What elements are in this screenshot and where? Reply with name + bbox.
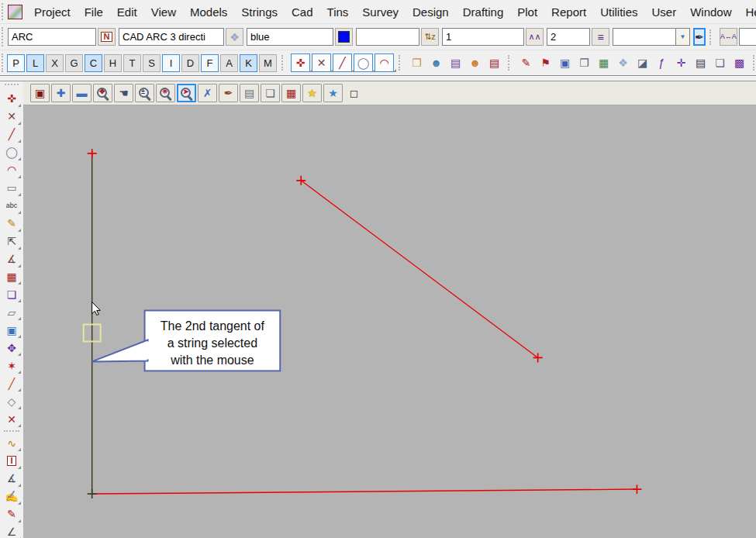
draw-point-button[interactable]: ✜ [291,53,310,72]
extend-line-tool[interactable]: ✶ [2,357,22,374]
zoom-previous-button[interactable]: ✳ [156,84,175,102]
chevron-down-icon[interactable]: ▼ [676,28,690,46]
plan-view-canvas[interactable]: The 2nd tangent ofa string selectedwith … [23,105,756,538]
sketch-tool[interactable]: ✎ [2,506,22,522]
menu-project[interactable]: Project [27,2,78,22]
copy-view-button[interactable]: ❏ [261,84,280,102]
tin-field[interactable] [442,28,524,46]
menu-file[interactable]: File [78,2,110,22]
note-edit-tool[interactable]: ✍ [2,488,22,505]
eyedropper-button[interactable]: ✒ [693,28,706,46]
cad-string-diagonal[interactable] [301,181,537,358]
tag-button[interactable]: ⚑ [537,53,554,72]
survey-angle-tool[interactable]: ∡ [2,471,22,487]
draw-arc-button[interactable]: ◠ [375,53,394,72]
paste-rectangle-tool[interactable]: ❏ [2,286,22,302]
zoom-in-button[interactable]: ✚ [51,84,71,102]
snap-toggle-M[interactable]: M [259,54,277,72]
snap-toggle-I[interactable]: I [162,54,180,72]
z-value-field[interactable] [356,28,419,46]
draw-rectangle-tool[interactable]: ▭ [2,180,22,196]
cad-function-field[interactable] [119,28,224,46]
snap-toggle-X[interactable]: X [46,54,64,72]
snap-toggle-S[interactable]: S [143,54,161,72]
menu-cad[interactable]: Cad [285,2,320,22]
menu-drafting[interactable]: Drafting [456,2,511,22]
measure-tool[interactable]: ∡ [2,251,22,267]
edit-text-tool[interactable]: ✎ [2,216,22,232]
menu-window[interactable]: Window [683,2,738,22]
colour-swatch-button[interactable] [335,28,353,46]
snap-toggle-C[interactable]: C [85,54,102,72]
text-style-button[interactable]: A↔A [720,28,737,46]
menu-user[interactable]: User [644,2,683,22]
plot-window-button[interactable]: ❐ [575,53,593,72]
image-tool[interactable]: ▣ [2,322,22,338]
toolbar-grip[interactable] [2,27,3,47]
draw-line-button[interactable]: ╱ [333,53,352,72]
plot-layers-button[interactable]: ❖ [614,53,632,72]
zoom-out-button[interactable]: ▬ [72,84,91,102]
menu-tins[interactable]: Tins [320,2,356,22]
move-tool[interactable]: ✥ [2,340,22,356]
list-view-button[interactable]: ▤ [692,53,709,72]
z-ruler-button[interactable]: ⇅z [421,28,439,46]
pan-hand-button[interactable]: ☚ [114,84,133,102]
library-book-button[interactable]: ▤ [447,53,464,72]
text-box-tool[interactable]: I [2,453,22,469]
plot-preview-button[interactable]: ▣ [556,53,574,72]
segment-colour-tool[interactable]: ╱ [2,375,22,391]
delete-point-tool[interactable]: ✕ [2,411,22,427]
copy-pages-button[interactable]: ❏ [711,53,729,72]
draw-circle-tool[interactable]: ◯ [2,144,22,160]
save-view-button[interactable]: ▣ [30,84,50,102]
team-button[interactable]: ☻ [466,53,484,72]
snap-toggle-H[interactable]: H [104,54,122,72]
string-name-field[interactable] [8,28,96,46]
favorite-star-blue-button[interactable]: ★ [323,84,343,102]
edit-note-button[interactable]: ✎ [517,53,535,72]
layout-window-button[interactable]: ◻ [344,84,364,102]
menu-plot[interactable]: Plot [510,2,544,22]
zoom-extents-button[interactable]: ✥ [93,84,112,102]
snap-toggle-T[interactable]: T [123,54,141,72]
plot-function-button[interactable]: ƒ [653,53,671,72]
snap-toggle-K[interactable]: K [240,54,257,72]
redraw-button[interactable]: ✗ [198,84,217,102]
colour-field[interactable] [247,28,333,46]
paste-point-tool[interactable]: ⇱ [2,233,22,250]
menu-view[interactable]: View [144,2,183,22]
zoom-select-button[interactable]: ➤ [177,84,196,102]
manual-book-button[interactable]: ▤ [485,53,503,72]
function-list-button[interactable]: ❖ [226,28,243,46]
draw-line-tool[interactable]: ╱ [2,126,22,143]
toolbar-grip[interactable] [2,3,3,20]
view-settings-button[interactable]: ▦ [281,84,301,102]
menu-survey[interactable]: Survey [355,2,406,22]
line-style-button[interactable]: ≡ [592,28,609,46]
draw-points-tool[interactable]: ✕ [2,109,22,125]
snap-toggle-A[interactable]: A [220,54,238,72]
menu-help[interactable]: Help [739,2,756,22]
user-folder-button[interactable]: ☻ [427,53,445,72]
snap-toggle-D[interactable]: D [181,54,199,72]
draw-text-tool[interactable]: abc [2,198,22,214]
menu-strings[interactable]: Strings [234,2,285,22]
menu-design[interactable]: Design [406,2,456,22]
snap-toggle-F[interactable]: F [201,54,219,72]
extra-field[interactable] [739,28,756,46]
cad-string-horizontal[interactable] [92,489,637,494]
draw-circle-button[interactable]: ◯ [354,53,373,72]
clean-brush-button[interactable]: ✒ [219,84,238,102]
zoom-dynamic-button[interactable]: ± [135,84,154,102]
snap-toggle-G[interactable]: G [65,54,83,72]
plot-diagonal-button[interactable]: ◪ [633,53,651,72]
menu-report[interactable]: Report [544,2,593,22]
freehand-tool[interactable]: ∿ [2,435,22,451]
favorite-star-yellow-button[interactable]: ★ [302,84,322,102]
menu-models[interactable]: Models [183,2,234,22]
options-grid-button[interactable]: ▩ [730,53,748,72]
draw-arc-tool[interactable]: ◠ [2,162,22,178]
shield-polygon-tool[interactable]: ◇ [2,393,22,409]
open-folder-button[interactable]: ❐ [408,53,426,72]
